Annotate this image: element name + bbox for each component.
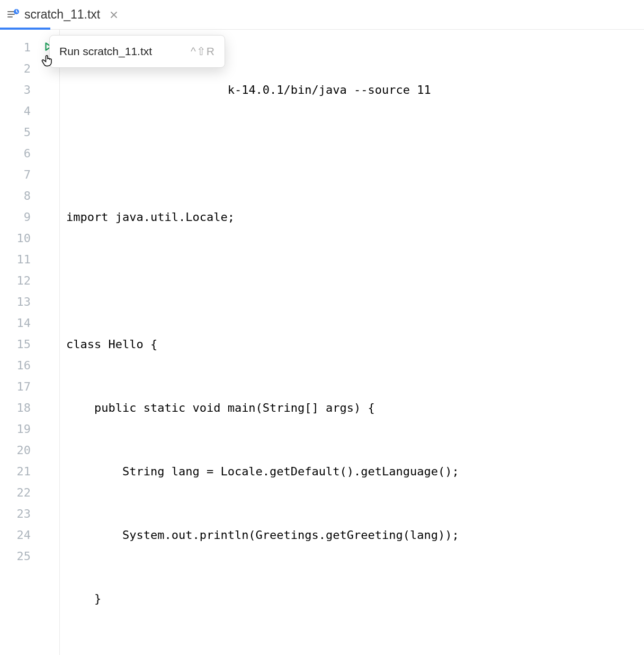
close-icon[interactable]: [110, 11, 118, 19]
line-number: 1: [0, 37, 31, 58]
line-number: 7: [0, 164, 31, 185]
line-number: 25: [0, 546, 31, 567]
code-text: [66, 270, 644, 291]
line-number: 18: [0, 397, 31, 419]
run-gutter: [37, 30, 59, 655]
code-text: }: [66, 652, 644, 655]
code-text: public static void main(String[] args) {: [66, 397, 644, 419]
line-number: 3: [0, 79, 31, 101]
code-text: }: [66, 588, 644, 609]
svg-rect-2: [7, 16, 13, 17]
tab-bar: scratch_11.txt: [0, 0, 644, 30]
line-number: 20: [0, 440, 31, 461]
line-number: 11: [0, 249, 31, 270]
line-gutter: 1 2 3 4 5 6 7 8 9 10 11 12 13 14 15 16 1…: [0, 30, 37, 655]
line-number: 5: [0, 122, 31, 143]
line-number: 17: [0, 376, 31, 397]
line-number: 9: [0, 207, 31, 228]
code-text: class Hello {: [66, 334, 644, 355]
run-menu-item-shortcut: ^⇧R: [191, 45, 215, 58]
line-number: 15: [0, 334, 31, 355]
line-number: 14: [0, 313, 31, 334]
line-number: 2: [0, 58, 31, 79]
svg-rect-0: [7, 11, 15, 12]
line-number: 4: [0, 101, 31, 122]
svg-rect-1: [7, 14, 15, 15]
run-context-menu[interactable]: Run scratch_11.txt ^⇧R: [49, 35, 225, 68]
scratch-file-icon: [6, 8, 19, 21]
line-number: 16: [0, 355, 31, 376]
line-number: 13: [0, 291, 31, 313]
code-editor[interactable]: 1 2 3 4 5 6 7 8 9 10 11 12 13 14 15 16 1…: [0, 30, 644, 655]
line-number: 21: [0, 461, 31, 482]
line-number: 24: [0, 525, 31, 546]
line-number: 23: [0, 503, 31, 525]
code-text: [66, 143, 644, 164]
line-number: 12: [0, 270, 31, 291]
line-number: 10: [0, 228, 31, 249]
line-number: 6: [0, 143, 31, 164]
run-menu-item-label[interactable]: Run scratch_11.txt: [59, 45, 191, 58]
code-text: k-14.0.1/bin/java --source 11: [228, 83, 431, 96]
line-number: 19: [0, 419, 31, 440]
code-area[interactable]: _______________________k-14.0.1/bin/java…: [59, 30, 644, 655]
code-text: import java.util.Locale;: [66, 207, 644, 228]
code-text: System.out.println(Greetings.getGreeting…: [66, 525, 644, 546]
line-number: 22: [0, 482, 31, 503]
tab-title[interactable]: scratch_11.txt: [24, 7, 100, 22]
code-text: String lang = Locale.getDefault().getLan…: [66, 461, 644, 482]
line-number: 8: [0, 185, 31, 207]
